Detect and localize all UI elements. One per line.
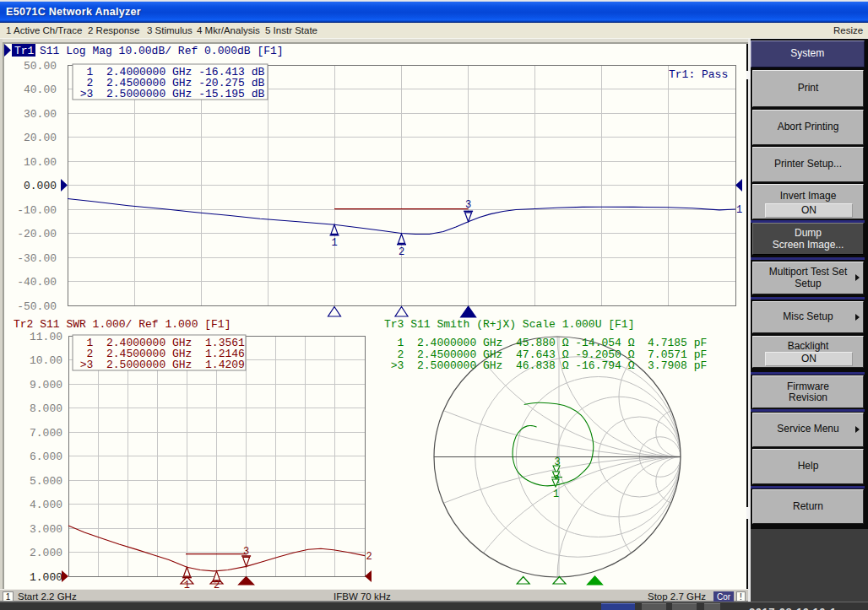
svg-text:-50.00: -50.00 (17, 300, 57, 313)
svg-text:7.000: 7.000 (30, 427, 62, 440)
svg-text:Tr1: Pass: Tr1: Pass (669, 68, 728, 81)
svg-text:3: 3 (465, 199, 471, 211)
svg-text:-30.00: -30.00 (17, 252, 57, 265)
svg-text:Tr2 S11 SWR 1.000/ Ref 1.000 [: Tr2 S11 SWR 1.000/ Ref 1.000 [F1] (14, 318, 231, 331)
svg-text:1: 1 (331, 237, 337, 249)
svg-text:6.000: 6.000 (30, 451, 62, 463)
svg-text:5.000: 5.000 (30, 475, 62, 488)
svg-text:10.00: 10.00 (24, 156, 57, 169)
svg-text:0.000: 0.000 (24, 180, 57, 192)
svg-text:2: 2 (366, 551, 372, 563)
svg-text:1: 1 (553, 489, 559, 500)
svg-text:3.000: 3.000 (30, 523, 62, 536)
svg-text:1: 1 (736, 204, 742, 216)
svg-text:2.000: 2.000 (30, 547, 62, 559)
svg-text:9.000: 9.000 (30, 379, 62, 391)
svg-text:11.00: 11.00 (30, 331, 62, 343)
svg-text:>3 2.5000000 GHz 46.838 Ω -1: >3 2.5000000 GHz 46.838 Ω -16.794 Ω 3.79… (384, 359, 707, 372)
svg-text:Tr1: Tr1 (14, 45, 35, 57)
svg-text:-40.00: -40.00 (17, 276, 57, 289)
svg-text:8.000: 8.000 (30, 402, 62, 415)
svg-text:1.000: 1.000 (30, 571, 62, 584)
svg-text:Tr3 S11 Smith (R+jX) Scale 1.0: Tr3 S11 Smith (R+jX) Scale 1.000U [F1] (384, 318, 634, 331)
svg-text:2: 2 (399, 246, 404, 258)
svg-text:-20.00: -20.00 (17, 228, 57, 240)
svg-text:50.00: 50.00 (24, 60, 57, 73)
svg-text:4.000: 4.000 (30, 499, 62, 511)
svg-text:30.00: 30.00 (24, 108, 57, 121)
svg-text:20.00: 20.00 (24, 132, 57, 144)
svg-text:-10.00: -10.00 (17, 204, 57, 217)
svg-text:>3 2.5000000 GHz -15.195 dB: >3 2.5000000 GHz -15.195 dB (73, 88, 264, 100)
svg-text:>3 2.5000000 GHz 1.4209: >3 2.5000000 GHz 1.4209 (73, 359, 245, 371)
svg-text:3: 3 (243, 546, 249, 558)
svg-text:S11 Log Mag 10.00dB/ Ref 0.000: S11 Log Mag 10.00dB/ Ref 0.000dB [F1] (40, 45, 284, 57)
svg-text:10.00: 10.00 (30, 354, 62, 367)
svg-text:40.00: 40.00 (24, 84, 57, 96)
